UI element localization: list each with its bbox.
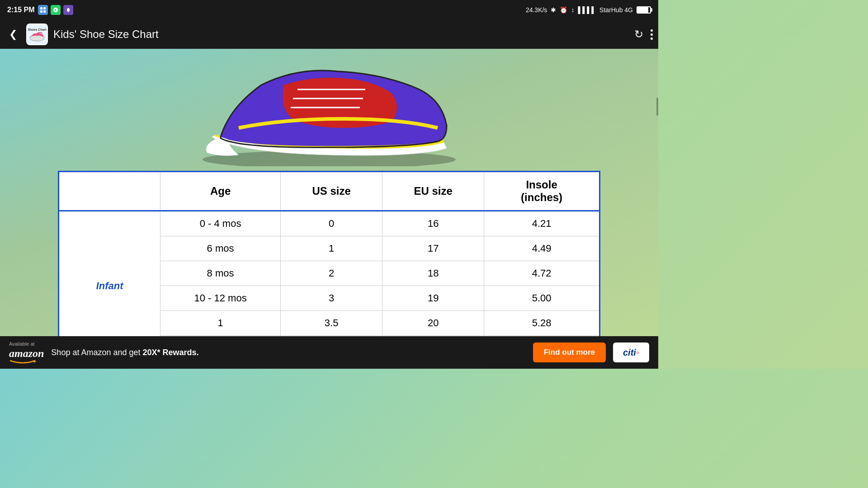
cell-us: 3.5: [281, 311, 382, 336]
header-insole: Insole(inches): [484, 172, 600, 211]
status-time: 2:15 PM: [7, 6, 34, 14]
cell-eu: 16: [382, 211, 484, 236]
available-at-label: Available at: [9, 341, 35, 347]
status-icons: [38, 5, 73, 15]
cell-age: 0 - 4 mos: [160, 211, 281, 236]
ad-text-prefix: Shop at Amazon and get: [51, 348, 142, 357]
app-icon-3: [63, 5, 73, 15]
signal-icon: ▌▌▌▌: [578, 6, 596, 14]
svg-text:Shoes Chart: Shoes Chart: [28, 28, 47, 31]
cell-age: 10 - 12 mos: [160, 286, 281, 311]
cell-insole: 4.49: [484, 236, 600, 261]
header-us-size: US size: [281, 172, 382, 211]
svg-rect-3: [43, 10, 46, 13]
cell-insole: 5.28: [484, 311, 600, 336]
svg-rect-0: [40, 7, 42, 9]
menu-button[interactable]: [651, 29, 653, 40]
vibrate-icon: ↕: [571, 6, 574, 14]
ad-highlight: 20X* Rewards.: [143, 348, 199, 357]
citi-text: citi: [623, 347, 636, 358]
back-button[interactable]: ❮: [5, 27, 21, 42]
cell-insole: 5.00: [484, 286, 600, 311]
battery-icon: [637, 6, 651, 14]
amazon-section: Available at amazon: [9, 341, 44, 364]
table-header-row: Age US size EU size Insole(inches): [59, 172, 600, 211]
cell-eu: 17: [382, 236, 484, 261]
cell-insole: 4.72: [484, 261, 600, 286]
bluetooth-icon: ✱: [551, 6, 556, 14]
header-age: Age: [160, 172, 281, 211]
cell-us: 1: [281, 236, 382, 261]
cell-us: 2: [281, 261, 382, 286]
svg-rect-1: [43, 7, 46, 9]
svg-rect-2: [40, 10, 42, 13]
app-icon-1: [38, 5, 48, 15]
app-bar-actions: ↻: [634, 28, 653, 41]
main-content: Age US size EU size Insole(inches) Infan…: [0, 49, 658, 336]
amazon-smile-icon: [9, 360, 36, 364]
ad-description: Shop at Amazon and get 20X* Rewards.: [51, 348, 525, 357]
header-eu-size: EU size: [382, 172, 484, 211]
status-bar: 2:15 PM: [0, 0, 658, 20]
app-bar: ❮ Shoes Chart Kids' Shoe Size Chart ↻: [0, 20, 658, 49]
size-table: Age US size EU size Insole(inches) Infan…: [58, 171, 600, 336]
cell-eu: 18: [382, 261, 484, 286]
amazon-logo: Available at amazon: [9, 341, 44, 364]
find-out-more-button[interactable]: Find out more: [533, 343, 606, 362]
status-left: 2:15 PM: [7, 5, 73, 15]
cell-eu: 19: [382, 286, 484, 311]
table-row: Infant0 - 4 mos0164.21: [59, 211, 600, 236]
app-icon-logo: Shoes Chart: [26, 23, 48, 45]
whatsapp-icon: [51, 5, 61, 15]
citi-logo: citi ◦: [613, 343, 649, 362]
table-area: Age US size EU size Insole(inches) Infan…: [0, 171, 658, 336]
citi-arc-icon: ◦: [636, 347, 639, 358]
cell-us: 0: [281, 211, 382, 236]
cell-insole: 4.21: [484, 211, 600, 236]
table-body: Infant0 - 4 mos0164.216 mos1174.498 mos2…: [59, 211, 600, 337]
amazon-text: amazon: [9, 347, 44, 360]
scroll-indicator: [656, 98, 658, 116]
status-right: 24.3K/s ✱ ⏰ ↕ ▌▌▌▌ StarHub 4G: [526, 6, 651, 14]
cell-age: 8 mos: [160, 261, 281, 286]
shoe-illustration: [0, 49, 658, 166]
refresh-button[interactable]: ↻: [634, 28, 643, 41]
network-speed: 24.3K/s: [526, 6, 547, 14]
alarm-icon: ⏰: [560, 6, 567, 14]
carrier: StarHub 4G: [599, 6, 633, 14]
header-category: [59, 172, 160, 211]
cell-age: 6 mos: [160, 236, 281, 261]
cell-eu: 20: [382, 311, 484, 336]
ad-banner: Available at amazon Shop at Amazon and g…: [0, 336, 658, 369]
cell-age: 1: [160, 311, 281, 336]
cell-us: 3: [281, 286, 382, 311]
app-title: Kids' Shoe Size Chart: [53, 28, 629, 41]
category-cell: Infant: [59, 211, 160, 337]
